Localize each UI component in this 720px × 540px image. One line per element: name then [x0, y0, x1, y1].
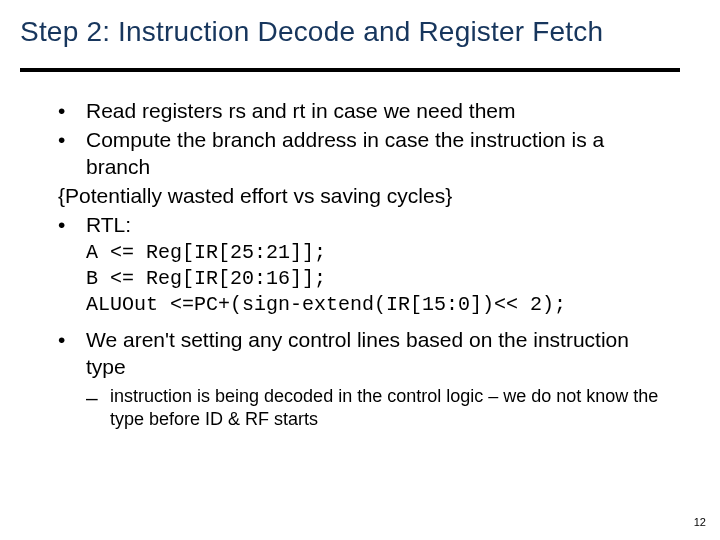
- bullet-text: We aren't setting any control lines base…: [86, 327, 670, 381]
- sub-bullet-text: instruction is being decoded in the cont…: [110, 385, 670, 431]
- slide-body: • Read registers rs and rt in case we ne…: [58, 98, 670, 433]
- bullet-dash-icon: –: [86, 385, 98, 412]
- title-rule: [20, 68, 680, 72]
- bullet-item: • RTL:: [58, 212, 670, 239]
- code-line: B <= Reg[IR[20:16]];: [86, 266, 670, 292]
- bullet-item: • Compute the branch address in case the…: [58, 127, 670, 181]
- sub-list: – instruction is being decoded in the co…: [86, 385, 670, 431]
- bullet-dot-icon: •: [58, 327, 65, 354]
- bullet-text: Compute the branch address in case the i…: [86, 127, 670, 181]
- sub-bullet-item: – instruction is being decoded in the co…: [86, 385, 670, 431]
- bullet-text: Read registers rs and rt in case we need…: [86, 98, 670, 125]
- bullet-dot-icon: •: [58, 127, 65, 154]
- bullet-item: • Read registers rs and rt in case we ne…: [58, 98, 670, 125]
- bullet-dot-icon: •: [58, 98, 65, 125]
- slide: Step 2: Instruction Decode and Register …: [0, 0, 720, 540]
- code-line: A <= Reg[IR[25:21]];: [86, 240, 670, 266]
- bullet-text: RTL:: [86, 212, 670, 239]
- bullet-dot-icon: •: [58, 212, 65, 239]
- brace-note: {Potentially wasted effort vs saving cyc…: [58, 183, 670, 210]
- code-line: ALUOut <=PC+(sign-extend(IR[15:0])<< 2);: [86, 292, 670, 318]
- bullet-item: • We aren't setting any control lines ba…: [58, 327, 670, 381]
- page-number: 12: [694, 516, 706, 528]
- slide-title: Step 2: Instruction Decode and Register …: [20, 16, 603, 48]
